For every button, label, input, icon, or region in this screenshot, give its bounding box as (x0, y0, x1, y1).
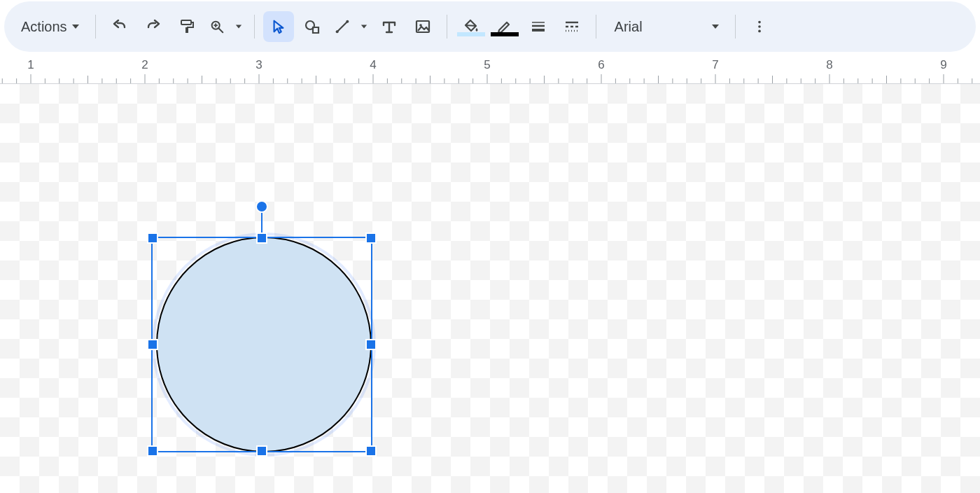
cursor-icon (271, 19, 286, 34)
svg-text:2: 2 (141, 58, 148, 71)
undo-button[interactable] (104, 11, 135, 42)
resize-handle-se[interactable] (365, 445, 377, 457)
resize-handle-nw[interactable] (147, 232, 158, 244)
ellipse-shape[interactable] (156, 237, 372, 452)
svg-point-9 (346, 20, 349, 23)
resize-handle-sw[interactable] (147, 445, 158, 457)
paint-roller-icon (178, 18, 195, 35)
border-dash-button[interactable] (556, 11, 587, 42)
caret-down-icon (235, 23, 242, 30)
image-icon (414, 18, 431, 35)
svg-text:8: 8 (826, 58, 832, 71)
line-tool-dropdown[interactable] (357, 11, 371, 42)
pen-icon (496, 18, 513, 35)
svg-line-7 (337, 22, 347, 32)
insert-image-button[interactable] (407, 11, 438, 42)
resize-handle-ne[interactable] (365, 232, 377, 244)
toolbar: Actions (4, 1, 976, 52)
font-family-label: Arial (615, 19, 643, 35)
caret-down-icon (360, 23, 368, 30)
svg-text:5: 5 (484, 58, 490, 71)
drawing-canvas[interactable] (0, 84, 980, 493)
border-color-button[interactable] (489, 11, 520, 42)
svg-text:7: 7 (712, 58, 718, 71)
svg-text:1: 1 (27, 58, 34, 71)
caret-down-icon (711, 22, 720, 31)
toolbar-separator (735, 15, 736, 39)
more-vertical-icon (752, 19, 767, 34)
zoom-icon (209, 19, 225, 34)
horizontal-ruler[interactable]: 123456789 (0, 52, 980, 84)
line-weight-icon (530, 18, 547, 35)
toolbar-separator (254, 15, 255, 39)
actions-menu-button[interactable]: Actions (14, 15, 87, 39)
zoom-button[interactable] (205, 11, 229, 42)
tools-group (263, 11, 438, 42)
paint-bucket-icon (463, 18, 479, 35)
paint-format-button[interactable] (172, 11, 202, 42)
more-options-button[interactable] (744, 11, 775, 42)
svg-text:6: 6 (598, 58, 604, 71)
resize-handle-n[interactable] (256, 232, 267, 244)
border-weight-button[interactable] (523, 11, 554, 42)
line-dash-icon (564, 18, 580, 35)
resize-handle-s[interactable] (256, 445, 267, 457)
undo-icon (111, 18, 128, 35)
redo-icon (145, 18, 162, 35)
line-tool-button[interactable] (330, 11, 354, 42)
svg-line-3 (218, 29, 223, 33)
fill-color-button[interactable] (456, 11, 486, 42)
svg-text:4: 4 (370, 58, 376, 71)
svg-rect-0 (181, 20, 191, 25)
shapes-icon (304, 18, 321, 35)
svg-point-18 (758, 21, 761, 24)
toolbar-separator (447, 15, 447, 39)
resize-handle-w[interactable] (147, 339, 158, 350)
toolbar-separator (95, 15, 96, 39)
svg-text:3: 3 (255, 58, 262, 71)
transparency-checkerboard (0, 84, 980, 493)
select-tool-button[interactable] (263, 11, 294, 42)
actions-menu-label: Actions (21, 19, 67, 35)
svg-point-8 (335, 30, 338, 33)
caret-down-icon (71, 22, 80, 31)
font-family-selector[interactable]: Arial (605, 13, 727, 41)
history-group (104, 11, 246, 42)
style-group (456, 11, 587, 42)
svg-point-20 (758, 30, 761, 33)
shape-tool-button[interactable] (297, 11, 328, 42)
toolbar-separator (596, 15, 596, 39)
svg-text:9: 9 (940, 58, 946, 71)
text-box-button[interactable] (374, 11, 405, 42)
resize-handle-e[interactable] (365, 339, 377, 350)
svg-rect-1 (186, 27, 188, 33)
svg-point-19 (758, 25, 761, 28)
zoom-dropdown[interactable] (232, 11, 246, 42)
redo-button[interactable] (138, 11, 169, 42)
line-icon (335, 19, 350, 34)
text-box-icon (381, 18, 398, 35)
